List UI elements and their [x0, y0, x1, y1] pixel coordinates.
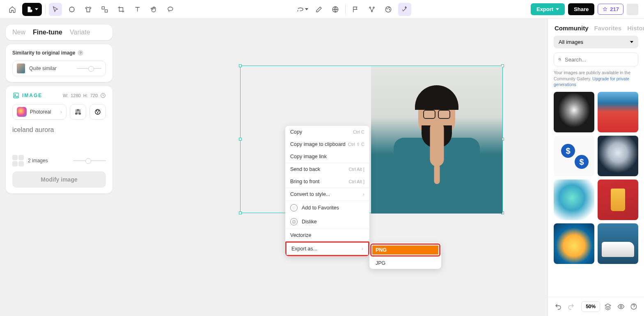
gallery-item[interactable] [598, 136, 638, 176]
svg-point-21 [97, 113, 98, 114]
search-input[interactable] [565, 57, 634, 63]
zoom-level[interactable]: 50% [581, 301, 600, 312]
help2-icon[interactable] [628, 300, 639, 313]
shirt-icon[interactable] [82, 3, 95, 16]
svg-point-13 [15, 94, 16, 95]
ctx-vectorize[interactable]: Vectorize [285, 229, 369, 241]
selection-frame[interactable] [240, 66, 503, 213]
graph-icon[interactable] [365, 3, 378, 16]
tab-favorites[interactable]: Favorites [594, 25, 622, 32]
ctx-copy-image[interactable]: Copy image to clipboardCtrl ⇧ C [285, 138, 369, 150]
ctx-send-back[interactable]: Send to backCtrl Alt [ [285, 163, 369, 175]
help-icon[interactable]: ? [78, 50, 83, 56]
gallery-item[interactable] [554, 136, 594, 176]
select-tool-icon[interactable] [49, 3, 62, 16]
magic-icon[interactable] [398, 3, 411, 16]
tab-history[interactable]: History [627, 25, 644, 32]
redo-icon[interactable] [566, 300, 577, 313]
image-card: IMAGE W:1280 H:720 Photoreal › 2 images … [6, 86, 112, 193]
gallery [548, 92, 644, 297]
canvas-image[interactable] [371, 66, 502, 214]
ctx-bring-front[interactable]: Bring to frontCtrl Alt ] [285, 175, 369, 188]
svg-point-17 [79, 113, 80, 114]
tab-community[interactable]: Community [555, 25, 589, 32]
export-png[interactable]: PNG [371, 245, 439, 255]
lasso2-icon[interactable] [296, 3, 309, 16]
resize-handle[interactable] [239, 211, 242, 214]
eye-icon[interactable] [616, 300, 626, 313]
count-label: 2 images [28, 158, 69, 164]
crop-icon[interactable] [115, 3, 128, 16]
svg-point-19 [96, 111, 97, 111]
right-footer: 50% [548, 297, 644, 316]
svg-point-10 [389, 7, 390, 8]
image-count-row: 2 images [12, 155, 106, 166]
tab-new[interactable]: New [12, 29, 25, 36]
credits-button[interactable]: 217 [598, 4, 623, 15]
export-button[interactable]: Export [531, 3, 565, 15]
tab-variate[interactable]: Variate [70, 29, 90, 36]
gallery-item[interactable] [554, 223, 594, 264]
svg-point-18 [95, 109, 100, 114]
brand-menu-button[interactable] [22, 3, 42, 16]
export-submenu: PNG JPG [369, 243, 441, 269]
search-box[interactable] [554, 52, 638, 66]
left-panel: New Fine-tune Variate Similarity to orig… [6, 25, 112, 193]
gallery-item[interactable] [554, 92, 594, 132]
svg-rect-2 [105, 9, 108, 12]
count-grid-icon [12, 155, 24, 166]
color-icon[interactable] [89, 104, 106, 120]
prompt-input[interactable] [12, 125, 106, 150]
similarity-slider[interactable] [77, 68, 101, 69]
generate-icon[interactable] [65, 3, 78, 16]
ctx-favorite[interactable]: ♡Add to Favorites [285, 201, 369, 215]
svg-point-3 [168, 7, 173, 11]
similarity-card: Similarity to original image ? Quite sim… [6, 44, 112, 82]
right-tabs: Community Favorites History [548, 19, 644, 36]
toolbar-left-group [6, 3, 177, 16]
svg-point-6 [373, 7, 374, 8]
gallery-item[interactable] [554, 180, 594, 220]
home-icon[interactable] [6, 3, 19, 16]
export-jpg[interactable]: JPG [369, 257, 441, 269]
avatar[interactable] [627, 4, 638, 15]
undo-icon[interactable] [553, 300, 564, 313]
layers-icon[interactable] [603, 300, 613, 313]
lasso-icon[interactable] [164, 3, 177, 16]
shapes-icon[interactable] [98, 3, 111, 16]
toolbar-center-group [296, 3, 411, 16]
eraser-icon[interactable] [312, 3, 325, 16]
svg-point-0 [69, 7, 74, 12]
gallery-item[interactable] [598, 180, 638, 220]
flag-icon[interactable] [349, 3, 362, 16]
export-label: Export [536, 6, 553, 12]
mesh-icon[interactable] [329, 3, 342, 16]
ctx-export-as[interactable]: Export as...› [285, 241, 369, 256]
share-button[interactable]: Share [568, 3, 594, 15]
style-selector[interactable]: Photoreal › [12, 104, 66, 120]
svg-point-5 [369, 7, 371, 8]
palette-icon[interactable] [382, 3, 395, 16]
resize-handle[interactable] [239, 64, 242, 67]
style-thumb [17, 107, 27, 117]
filter-dropdown[interactable]: All images [554, 36, 638, 48]
hand-icon[interactable] [147, 3, 160, 16]
text-icon[interactable] [131, 3, 144, 16]
svg-rect-12 [14, 93, 18, 98]
gallery-item[interactable] [598, 92, 638, 132]
credits-value: 217 [610, 6, 619, 12]
settings-icon[interactable] [70, 104, 86, 120]
ctx-copy-link[interactable]: Copy image link [285, 150, 369, 163]
ctx-copy[interactable]: CopyCtrl C [285, 126, 369, 138]
ctx-convert-style[interactable]: Convert to style...› [285, 188, 369, 200]
gallery-notice: Your images are publicly available in th… [548, 70, 644, 92]
modify-button[interactable]: Modify image [12, 171, 106, 188]
gallery-item[interactable] [598, 223, 638, 264]
svg-point-9 [387, 8, 388, 9]
count-slider[interactable] [73, 160, 106, 161]
resize-handle[interactable] [239, 138, 242, 141]
ctx-dislike[interactable]: ☹Dislike [285, 215, 369, 229]
similarity-control[interactable]: Quite similar [12, 61, 106, 76]
image-section-title: IMAGE [12, 92, 42, 99]
tab-finetune[interactable]: Fine-tune [33, 29, 62, 36]
